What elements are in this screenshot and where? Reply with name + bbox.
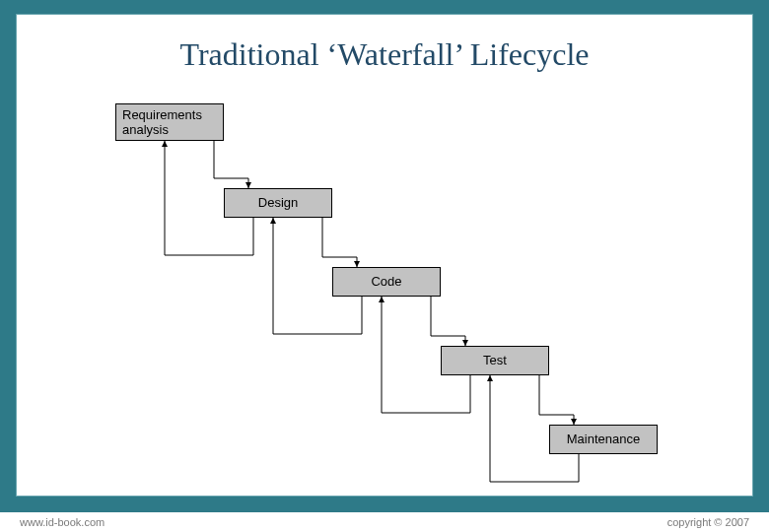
box-test: Test — [441, 346, 549, 375]
footer: www.id-book.com copyright © 2007 — [0, 510, 769, 532]
footer-left: www.id-book.com — [20, 516, 105, 528]
box-design: Design — [224, 188, 332, 218]
slide-frame: Traditional ‘Waterfall’ Lifecycle Requir… — [0, 0, 769, 532]
box-maintenance: Maintenance — [549, 425, 658, 454]
waterfall-diagram: Requirementsanalysis Design Code Test Ma… — [17, 15, 754, 498]
box-requirements: Requirementsanalysis — [115, 103, 224, 141]
slide-content: Traditional ‘Waterfall’ Lifecycle Requir… — [16, 14, 753, 497]
box-code: Code — [332, 267, 441, 297]
footer-right: copyright © 2007 — [667, 516, 749, 528]
